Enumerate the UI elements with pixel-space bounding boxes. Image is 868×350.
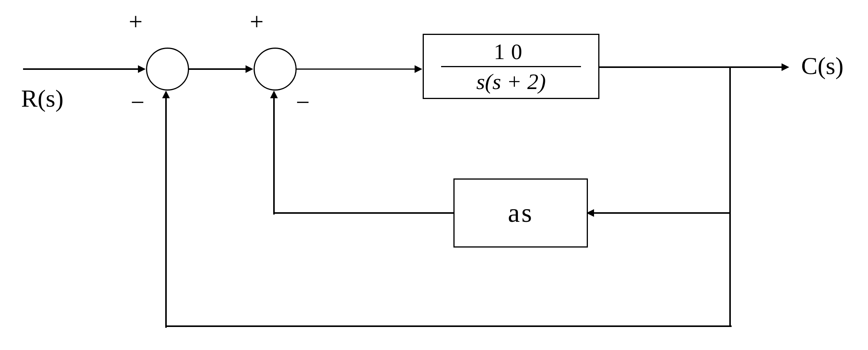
sum1-minus-sign: −	[131, 88, 144, 117]
sum2-minus-sign: −	[296, 88, 310, 117]
fraction-line	[441, 66, 581, 67]
summing-junction-2	[254, 48, 297, 91]
tf-denominator: s(s + 2)	[476, 69, 546, 94]
block-diagram: 10 s(s + 2) as R(s) C(s) + − + −	[0, 0, 868, 350]
output-label: C(s)	[801, 52, 843, 80]
inner-feedback-label: as	[508, 198, 533, 228]
sum2-plus-sign: +	[250, 8, 264, 36]
input-label: R(s)	[21, 84, 63, 113]
forward-transfer-block: 10 s(s + 2)	[423, 34, 599, 99]
summing-junction-1	[146, 48, 189, 91]
inner-feedback-block: as	[453, 178, 588, 248]
sum1-plus-sign: +	[129, 8, 143, 36]
tf-numerator: 10	[491, 39, 531, 64]
